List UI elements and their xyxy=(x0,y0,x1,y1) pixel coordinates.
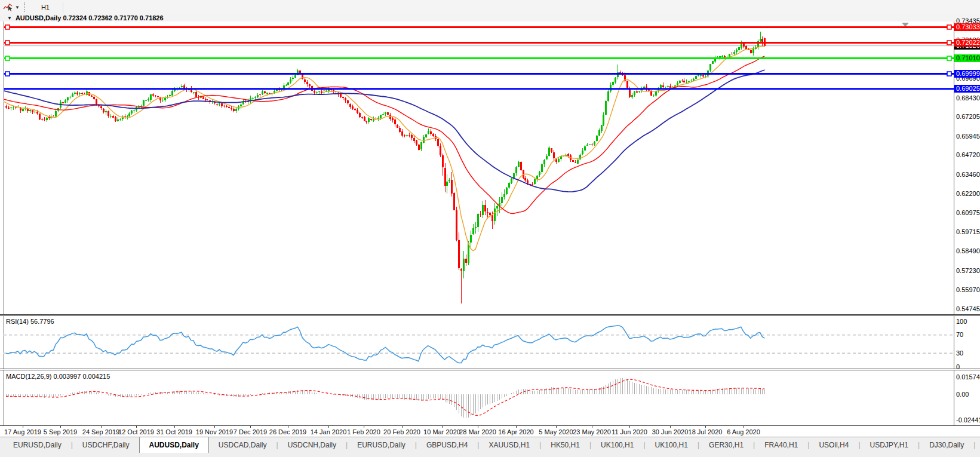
line-handle xyxy=(947,41,951,45)
price-tick: 0.64720 xyxy=(956,151,980,159)
price-tick: 0.57230 xyxy=(956,267,980,275)
price-tick: 0.63460 xyxy=(956,171,980,179)
date-label: 20 Feb 2020 xyxy=(383,428,420,435)
chart-tab-gbpusd-h4[interactable]: GBPUSD,H4 xyxy=(417,438,477,453)
price-tick: 0.58490 xyxy=(956,247,980,255)
chart-tab-usdcnh-daily[interactable]: USDCNH,Daily xyxy=(278,438,346,453)
date-label: 5 Sep 2019 xyxy=(44,428,77,435)
trading-platform-window: ▼ M1M5M15M30H1H4D1W1MN ▼ AUDUSD,Daily 0.… xyxy=(0,0,980,457)
date-label: 1 Feb 2020 xyxy=(347,428,380,435)
chart-tab-dj30-daily[interactable]: DJ30,Daily xyxy=(920,438,973,453)
chart-tab-eurusd-daily[interactable]: EURUSD,Daily xyxy=(348,438,415,453)
date-label: 12 Oct 2019 xyxy=(118,428,154,435)
date-tick xyxy=(214,426,215,428)
macd-chart-canvas[interactable] xyxy=(0,370,980,425)
date-tick xyxy=(250,426,251,428)
line-handle xyxy=(947,25,951,29)
timeframe-toolbar: ▼ M1M5M15M30H1H4D1W1MN xyxy=(0,0,980,15)
chart-tab-hk50-h1[interactable]: HK50,H1 xyxy=(541,438,589,453)
chart-tab-audusd-daily[interactable]: AUDUSD,Daily xyxy=(139,437,209,453)
price-tick: 0.68430 xyxy=(956,94,980,102)
hline-price-tag: 0.69025 xyxy=(954,85,980,93)
date-label: 31 Oct 2019 xyxy=(156,428,192,435)
rsi-label: RSI(14) 56.7796 xyxy=(6,318,54,325)
chart-tab-china300-h1[interactable]: CHINA300,H1 xyxy=(975,438,980,453)
price-tick: 0.55970 xyxy=(956,286,980,294)
price-chart-canvas[interactable] xyxy=(0,22,980,314)
chart-title: AUDUSD,Daily 0.72324 0.72362 0.71770 0.7… xyxy=(16,14,164,22)
hline-price-tag: 0.69999 xyxy=(954,70,980,78)
date-tick xyxy=(670,426,671,428)
chart-tab-eurusd-daily[interactable]: EURUSD,Daily xyxy=(4,438,71,453)
date-tick xyxy=(442,426,443,428)
chart-tabs-bar: EURUSD,Daily|USDCHF,DailyAUDUSD,DailyUSD… xyxy=(0,437,980,457)
date-tick xyxy=(478,426,478,428)
price-tick: 0.60975 xyxy=(956,209,980,217)
hline-price-tag: 0.73033 xyxy=(954,23,980,31)
price-tick: 0.62200 xyxy=(956,190,980,198)
hline-price-tag: 0.72022 xyxy=(954,39,980,47)
date-tick xyxy=(592,426,592,428)
rsi-line xyxy=(6,326,764,363)
line-handle xyxy=(5,41,10,45)
date-tick xyxy=(364,426,364,428)
date-tick xyxy=(23,426,23,428)
date-label: 11 Jun 2020 xyxy=(612,428,647,435)
chart-tab-usdjpy-h1[interactable]: USDJPY,H1 xyxy=(861,438,918,453)
date-label: 16 Apr 2020 xyxy=(498,428,533,435)
date-tick xyxy=(744,426,744,428)
date-tick xyxy=(556,426,557,428)
toolbar-grip xyxy=(24,2,27,12)
chart-tab-usoil-h4[interactable]: USOil,H4 xyxy=(809,438,858,453)
chart-cursor-icon[interactable] xyxy=(2,2,14,13)
date-tick xyxy=(60,426,61,428)
chart-tab-ger30-h1[interactable]: GER30,H1 xyxy=(699,438,753,453)
price-tick: 0.65945 xyxy=(956,133,980,140)
date-label: 30 Jun 2020 xyxy=(652,428,689,435)
macd-histogram xyxy=(7,378,765,419)
date-tick xyxy=(705,426,706,428)
rsi-tick: 70 xyxy=(956,331,963,339)
chart-tab-uk100-h1[interactable]: UK100,H1 xyxy=(646,438,698,453)
chart-tab-xauusd-h1[interactable]: XAUUSD,H1 xyxy=(479,438,539,453)
chart-tab-fra40-h1[interactable]: FRA40,H1 xyxy=(755,438,807,453)
collapse-triangle-icon[interactable]: ▼ xyxy=(7,16,12,21)
date-tick xyxy=(402,426,403,428)
rsi-chart-canvas[interactable] xyxy=(0,316,980,369)
chart-tab-usdchf-daily[interactable]: USDCHF,Daily xyxy=(73,438,139,453)
candles xyxy=(5,32,766,303)
date-label: 28 Mar 2020 xyxy=(459,428,496,435)
macd-tick: 0.015741 xyxy=(956,373,980,381)
chevron-down-icon[interactable]: ▼ xyxy=(15,5,20,10)
date-label: 7 Dec 2019 xyxy=(234,428,267,435)
date-label: 24 Sep 2019 xyxy=(82,428,119,435)
line-handle xyxy=(5,72,10,76)
date-label: 26 Dec 2019 xyxy=(269,428,306,435)
hline-price-tag: 0.71010 xyxy=(954,54,980,62)
fast-ma xyxy=(4,46,764,251)
date-label: 19 Nov 2019 xyxy=(196,428,233,435)
time-axis: 17 Aug 20195 Sep 201924 Sep 201912 Oct 2… xyxy=(0,425,980,437)
date-tick xyxy=(288,426,288,428)
timeframe-button-h1[interactable]: H1 xyxy=(32,2,59,13)
macd-tick: 0.00 xyxy=(956,391,969,398)
date-tick xyxy=(516,426,517,428)
line-handle xyxy=(5,25,10,29)
price-tick: 0.54745 xyxy=(956,305,980,313)
date-tick xyxy=(101,426,102,428)
line-handle xyxy=(947,56,951,60)
date-label: 6 Aug 2020 xyxy=(727,428,760,435)
date-tick xyxy=(328,426,329,428)
chart-tab-uk100-h1[interactable]: UK100,H1 xyxy=(591,438,643,453)
rsi-tick: 100 xyxy=(956,318,967,326)
chart-tabs: EURUSD,Daily|USDCHF,DailyAUDUSD,DailyUSD… xyxy=(4,437,980,453)
date-label: 5 May 2020 xyxy=(539,428,573,435)
chart-tab-usdcad-daily[interactable]: USDCAD,Daily xyxy=(209,438,277,453)
date-label: 18 Jul 2020 xyxy=(689,428,723,435)
date-label: 23 May 2020 xyxy=(573,428,611,435)
date-tick xyxy=(174,426,175,428)
line-handle xyxy=(947,72,951,76)
date-label: 17 Aug 2019 xyxy=(4,428,41,435)
toolbar-separator xyxy=(63,2,63,13)
date-tick xyxy=(136,426,137,428)
